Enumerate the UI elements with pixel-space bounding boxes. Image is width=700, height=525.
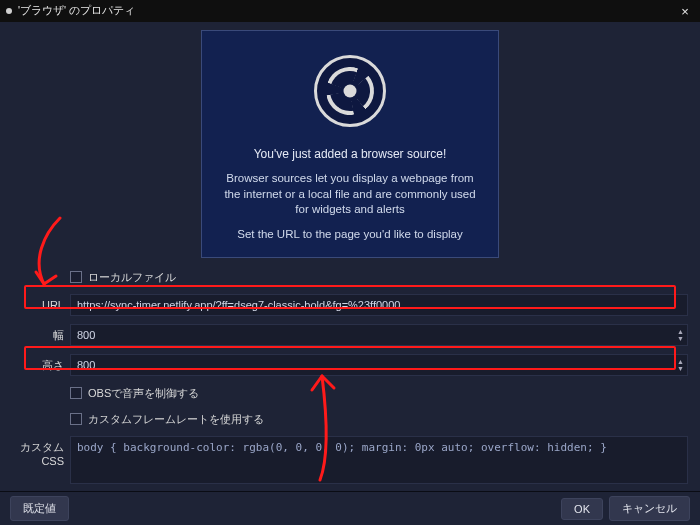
row-custom-css: カスタム CSS: [12, 436, 688, 486]
chevron-down-icon: ▼: [677, 335, 684, 342]
custom-fps-checkbox[interactable]: カスタムフレームレートを使用する: [70, 410, 688, 428]
chevron-up-icon: ▲: [677, 328, 684, 335]
height-input[interactable]: [70, 354, 688, 376]
titlebar: 'ブラウザ' のプロパティ ×: [0, 0, 700, 22]
height-label: 高さ: [12, 358, 70, 373]
height-stepper[interactable]: ▲▼: [677, 358, 684, 372]
ok-button[interactable]: OK: [561, 498, 603, 520]
checkbox-icon: [70, 413, 82, 425]
window-icon: [6, 8, 12, 14]
dialog-footer: 既定値 OK キャンセル: [0, 491, 700, 525]
url-input[interactable]: [70, 294, 688, 316]
intro-hint: Set the URL to the page you'd like to di…: [237, 228, 463, 240]
custom-css-input[interactable]: [70, 436, 688, 484]
row-height: 高さ ▲▼: [12, 354, 688, 376]
control-audio-label: OBSで音声を制御する: [88, 386, 199, 401]
row-custom-fps: カスタムフレームレートを使用する: [12, 410, 688, 428]
chevron-up-icon: ▲: [677, 358, 684, 365]
intro-panel: You've just added a browser source! Brow…: [201, 30, 499, 258]
checkbox-icon: [70, 387, 82, 399]
local-file-label: ローカルファイル: [88, 270, 176, 285]
obs-logo-icon: [314, 55, 386, 127]
row-url: URL: [12, 294, 688, 316]
close-icon[interactable]: ×: [676, 4, 694, 19]
width-input[interactable]: [70, 324, 688, 346]
dialog-body: You've just added a browser source! Brow…: [0, 22, 700, 525]
form: ローカルファイル URL 幅 ▲▼ 高さ ▲▼: [12, 268, 688, 486]
control-audio-checkbox[interactable]: OBSで音声を制御する: [70, 384, 688, 402]
chevron-down-icon: ▼: [677, 365, 684, 372]
defaults-button[interactable]: 既定値: [10, 496, 69, 521]
cancel-button[interactable]: キャンセル: [609, 496, 690, 521]
width-label: 幅: [12, 328, 70, 343]
intro-heading: You've just added a browser source!: [254, 147, 447, 161]
window-title: 'ブラウザ' のプロパティ: [18, 4, 676, 18]
custom-css-label: カスタム CSS: [12, 436, 70, 467]
local-file-checkbox[interactable]: ローカルファイル: [70, 268, 688, 286]
properties-dialog: 'ブラウザ' のプロパティ × You've just added a brow…: [0, 0, 700, 525]
width-stepper[interactable]: ▲▼: [677, 328, 684, 342]
row-local-file: ローカルファイル: [12, 268, 688, 286]
url-label: URL: [12, 299, 70, 311]
custom-fps-label: カスタムフレームレートを使用する: [88, 412, 264, 427]
checkbox-icon: [70, 271, 82, 283]
intro-description: Browser sources let you display a webpag…: [220, 171, 480, 218]
row-control-audio: OBSで音声を制御する: [12, 384, 688, 402]
row-width: 幅 ▲▼: [12, 324, 688, 346]
